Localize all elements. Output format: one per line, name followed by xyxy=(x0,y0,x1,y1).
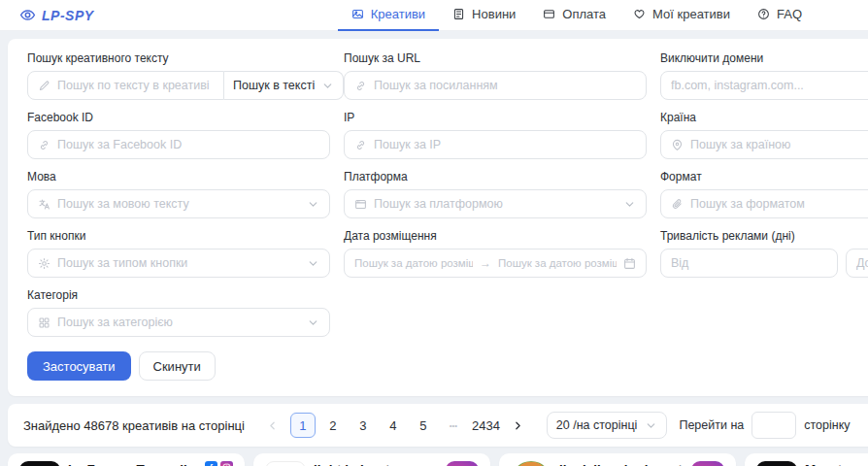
filter-exclude-domains-label: Виключити домени xyxy=(660,51,868,65)
filter-ip-label: IP xyxy=(344,111,647,124)
category-input[interactable] xyxy=(57,316,300,329)
page-size-value: 20 /на сторінці xyxy=(556,418,638,432)
filter-exclude-domains: Виключити домени xyxy=(660,51,868,100)
filter-button-type: Тип кнопки xyxy=(27,229,330,278)
tab-news[interactable]: Новини xyxy=(439,0,529,31)
facebook-id-input[interactable] xyxy=(57,138,319,151)
avatar xyxy=(756,461,797,466)
pencil-icon xyxy=(38,80,50,92)
brand-name: LP-SPY xyxy=(42,8,94,23)
eye-logo-icon xyxy=(19,7,36,23)
duration-to-input[interactable] xyxy=(856,256,868,270)
duration-from-input[interactable] xyxy=(671,256,827,270)
filter-url: Пошук за URL xyxy=(344,51,647,100)
translate-icon xyxy=(38,198,50,211)
results-summary: Знайдено 48678 креативів на сторінці xyxy=(23,418,245,433)
prev-page-button[interactable] xyxy=(260,413,285,438)
page-size-select[interactable]: 20 /на сторінці xyxy=(547,412,668,439)
chevron-down-icon xyxy=(623,198,636,211)
jump-prefix: Перейти на xyxy=(679,418,744,432)
calendar-icon xyxy=(623,257,636,270)
creative-card[interactable]: Maestro - кухні, мезамовлення в Ужг 2025… xyxy=(745,453,868,466)
chevron-down-icon xyxy=(645,419,657,432)
filter-placement-date-label: Дата розміщення xyxy=(344,229,647,243)
filter-category: Категорія xyxy=(27,288,330,337)
tab-payment-label: Оплата xyxy=(562,7,606,21)
creatives-grid: La FEMME La Femme Ternopil 2025-11-20 21… xyxy=(8,453,868,466)
avatar: La FEMME xyxy=(19,461,60,466)
avatar: LIGHT.BABY STORE xyxy=(265,461,306,466)
platform-input[interactable] xyxy=(374,197,617,211)
ip-input[interactable] xyxy=(374,138,636,151)
tab-my-creatives[interactable]: Мої креативи xyxy=(619,0,744,31)
text-search-mode-select[interactable]: Пошук в тексті xyxy=(224,71,344,100)
tab-faq-label: FAQ xyxy=(777,7,802,21)
network-icons xyxy=(691,461,724,466)
filter-ip: IP xyxy=(344,111,647,159)
creative-card[interactable]: lippi_lion_budapest 2025-11-20 21:02:03 … xyxy=(499,453,736,466)
country-input[interactable] xyxy=(690,138,868,151)
jump-suffix: сторінку xyxy=(804,418,850,432)
card-title: light.baby.store xyxy=(314,461,417,466)
pin-icon xyxy=(671,139,684,151)
button-type-input[interactable] xyxy=(57,256,300,270)
tab-faq[interactable]: FAQ xyxy=(744,0,816,31)
filter-panel: Пошук креативного тексту Пошук в тексті … xyxy=(8,39,868,396)
paperclip-icon xyxy=(671,198,684,211)
next-page-button[interactable] xyxy=(506,413,531,438)
filter-format: Формат xyxy=(660,170,868,218)
creative-card[interactable]: LIGHT.BABY STORE light.baby.store 2025-1… xyxy=(253,453,490,466)
chevron-down-icon xyxy=(307,316,319,329)
apply-button[interactable]: Застосувати xyxy=(27,351,131,381)
url-input[interactable] xyxy=(374,79,636,92)
date-to-input[interactable] xyxy=(498,257,617,269)
creative-text-input[interactable] xyxy=(57,79,214,92)
chevron-down-icon xyxy=(307,257,319,270)
card-title: Maestro - кухні, мезамовлення в Ужг xyxy=(805,461,868,466)
brand-logo: LP-SPY xyxy=(19,7,94,23)
credit-card-icon xyxy=(543,8,555,20)
page-button-last[interactable]: 2434 xyxy=(471,413,501,438)
avatar xyxy=(511,461,551,466)
filter-platform: Платформа xyxy=(344,170,647,218)
link-icon xyxy=(354,80,367,92)
reset-button[interactable]: Скинути xyxy=(139,351,216,381)
filter-duration: Тривалість реклами (дні) xyxy=(660,229,868,278)
tab-payment[interactable]: Оплата xyxy=(529,0,619,31)
main-nav: Креативи Новини Оплата Мої креативи FAQ xyxy=(338,0,816,31)
instagram-icon xyxy=(220,461,233,466)
card-title: La Femme Ternopil xyxy=(68,461,187,466)
page-button-2[interactable]: 2 xyxy=(320,413,346,438)
page-button-1[interactable]: 1 xyxy=(290,413,316,438)
tab-creatives[interactable]: Креативи xyxy=(338,0,439,31)
filter-country-label: Країна xyxy=(660,111,868,124)
filter-url-label: Пошук за URL xyxy=(344,51,647,65)
news-icon xyxy=(452,8,465,20)
language-input[interactable] xyxy=(57,197,300,211)
filter-language: Мова xyxy=(27,170,330,218)
jump-page-input[interactable] xyxy=(751,412,796,439)
image-icon xyxy=(351,8,364,20)
creative-card[interactable]: La FEMME La Femme Ternopil 2025-11-20 21… xyxy=(8,453,245,466)
filter-country: Країна xyxy=(660,111,868,159)
filter-placement-date: Дата розміщення → xyxy=(344,229,647,278)
range-arrow: → xyxy=(480,256,491,270)
filter-creative-text: Пошук креативного тексту Пошук в тексті xyxy=(27,51,330,100)
date-from-input[interactable] xyxy=(354,257,473,269)
filter-facebook-id: Facebook ID xyxy=(27,111,330,159)
card-title: lippi_lion_budapest xyxy=(559,461,683,466)
filter-format-label: Формат xyxy=(660,170,868,183)
page-button-5[interactable]: 5 xyxy=(411,413,436,438)
chevron-down-icon xyxy=(321,80,334,92)
exclude-domains-input[interactable] xyxy=(671,79,868,92)
chevron-down-icon xyxy=(307,198,319,211)
page-button-4[interactable]: 4 xyxy=(381,413,406,438)
format-input[interactable] xyxy=(690,197,868,211)
chevron-right-icon xyxy=(512,419,524,432)
page-button-3[interactable]: 3 xyxy=(351,413,376,438)
category-icon xyxy=(38,316,50,329)
question-icon xyxy=(757,8,770,20)
tab-my-creatives-label: Мої креативи xyxy=(652,7,730,21)
page-ellipsis[interactable]: ••• xyxy=(441,413,466,438)
network-icons: f xyxy=(205,461,233,466)
